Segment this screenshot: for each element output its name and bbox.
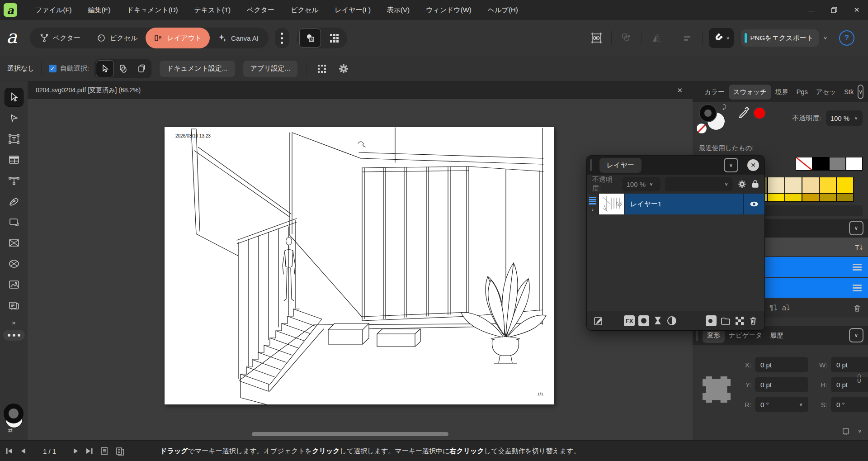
restore-button[interactable] (823, 0, 845, 20)
mask-layer-icon[interactable] (638, 315, 649, 326)
none-swatch[interactable] (796, 157, 812, 171)
x-field[interactable]: 0 pt (755, 357, 808, 372)
picture-frame-ellipse-tool[interactable] (5, 254, 24, 273)
select-behind-button[interactable] (115, 61, 132, 77)
frame-text-tool[interactable] (5, 129, 24, 148)
no-color-circle[interactable] (696, 123, 707, 134)
snapping-button[interactable]: ∨ (709, 28, 734, 48)
swap-fill-stroke-icon[interactable]: ⤸ (722, 103, 726, 111)
layers-gear-icon[interactable] (737, 179, 747, 190)
adjustment-layer-icon[interactable] (666, 315, 677, 326)
previous-page-button[interactable] (20, 447, 26, 455)
artistic-text-tool[interactable] (5, 171, 24, 190)
rotation-dropdown[interactable]: 0 °∨ (755, 397, 808, 412)
marching-ants-button[interactable] (313, 61, 330, 77)
footer-icon[interactable] (841, 427, 850, 436)
fill-stroke-indicator[interactable]: ⇄ (3, 404, 25, 432)
single-page-view-icon[interactable] (100, 446, 109, 456)
color-swatch[interactable] (836, 177, 854, 194)
layer-visibility-cell[interactable] (743, 194, 764, 214)
layer-thumbnail[interactable] (599, 194, 625, 214)
h-field[interactable]: 0 pt (831, 377, 868, 392)
pen-tool[interactable] (5, 192, 24, 211)
first-page-button[interactable] (5, 447, 14, 455)
adjustment-icon[interactable] (653, 315, 663, 326)
last-page-button[interactable] (85, 447, 94, 455)
grid-settings-button[interactable] (324, 29, 344, 47)
new-pixel-layer-icon[interactable] (735, 316, 745, 326)
tab-navigator[interactable]: ナビゲータ (725, 331, 766, 340)
layers-panel-header[interactable]: レイヤー ∨ ✕ (587, 156, 764, 175)
more-tools-button[interactable] (3, 330, 25, 341)
w-field[interactable]: 0 pt (831, 357, 868, 372)
preview-mode-button[interactable] (588, 30, 605, 46)
rectangle-tool[interactable] (5, 213, 24, 232)
move-tool[interactable] (5, 88, 24, 107)
menu-pixel[interactable]: ピクセル (283, 0, 326, 20)
eyedropper-icon[interactable] (738, 106, 751, 119)
style-picker-button[interactable]: A (299, 29, 321, 48)
next-page-button[interactable] (73, 447, 79, 455)
layers-chevron-button[interactable]: ∨ (724, 158, 738, 172)
persona-more-button[interactable] (275, 28, 289, 48)
paragraph-style-icon[interactable]: ¶⤵ (769, 304, 778, 313)
export-chevron-icon[interactable]: ∨ (823, 35, 827, 40)
node-tool[interactable] (5, 109, 24, 128)
notes-tool[interactable] (5, 296, 24, 315)
layer-expand-icon[interactable]: › (592, 207, 594, 212)
persona-vector[interactable]: ベクター (32, 29, 89, 47)
document-tab-title[interactable]: 0204.svg0204.pdf [変更済み] (68.2%) (36, 86, 141, 95)
text-styles-chevron-button[interactable]: ∨ (849, 221, 863, 235)
delete-layer-icon[interactable] (748, 316, 758, 326)
white-swatch[interactable] (846, 157, 863, 171)
tab-stock[interactable]: Stk (840, 88, 858, 95)
menu-text[interactable]: テキスト(T) (186, 0, 239, 20)
layers-list[interactable]: › レイヤー1 (587, 194, 764, 311)
opacity-dropdown[interactable]: 100 % ∨ (826, 110, 863, 126)
layer-name[interactable]: レイヤー1 (625, 194, 743, 214)
close-window-button[interactable]: ✕ (845, 0, 868, 20)
document-settings-button[interactable]: ドキュメント設定... (160, 61, 235, 77)
color-swatch[interactable] (802, 177, 819, 194)
horizontal-scrollbar[interactable] (252, 432, 448, 436)
tab-swatches[interactable]: スウォッチ (729, 85, 771, 100)
menu-document[interactable]: ドキュメント(D) (119, 0, 186, 20)
tab-pages[interactable]: Pgs (793, 88, 812, 95)
layer-effects-icon[interactable]: FX (624, 315, 635, 326)
menu-help[interactable]: ヘルプ(H) (480, 0, 526, 20)
color-swatch[interactable] (836, 194, 854, 202)
shear-dropdown[interactable]: 0 °∨ (831, 397, 868, 412)
blend-mode-dropdown[interactable]: ∨ (665, 177, 733, 191)
footer-chevron-icon[interactable]: ∨ (858, 428, 862, 433)
app-settings-button[interactable]: アプリ設定... (243, 61, 298, 77)
tab-stroke[interactable]: 境界 (771, 88, 793, 96)
document-page[interactable]: 2026/03/10 13:23 1/1 (165, 127, 554, 404)
table-tool[interactable] (5, 150, 24, 169)
document-close-icon[interactable]: ✕ (677, 86, 683, 95)
swap-colors-icon[interactable]: ⇄ (8, 427, 13, 433)
stroke-color-ring[interactable] (700, 105, 716, 121)
y-field[interactable]: 0 pt (755, 377, 808, 392)
persona-pixel[interactable]: ピクセル (89, 29, 146, 47)
tab-color[interactable]: カラー (700, 88, 728, 96)
context-gear-button[interactable] (335, 61, 352, 77)
menu-edit[interactable]: 編集(E) (80, 0, 119, 20)
menu-layer[interactable]: レイヤー(L) (327, 0, 379, 20)
layer-opacity-dropdown[interactable]: 100 %∨ (622, 177, 661, 191)
page-indicator[interactable]: 1 / 1 (43, 447, 56, 455)
select-object-button[interactable] (133, 61, 150, 77)
cursor-tool-button[interactable] (96, 60, 114, 77)
style-menu-icon[interactable] (853, 283, 862, 293)
black-swatch[interactable] (812, 157, 829, 171)
panel-drag-handle[interactable] (696, 329, 698, 341)
anchor-point-selector[interactable] (703, 376, 731, 403)
export-button[interactable]: PNGをエクスポート (741, 29, 819, 47)
persona-layout[interactable]: レイアウト (146, 28, 210, 48)
color-swatch[interactable] (785, 194, 802, 202)
delete-style-icon[interactable] (853, 304, 862, 313)
color-swatch[interactable] (768, 177, 785, 194)
place-image-tool[interactable] (5, 275, 24, 294)
gray-swatch[interactable] (829, 157, 846, 171)
menu-window[interactable]: ウィンドウ(W) (418, 0, 480, 20)
panel-chevron-button[interactable]: ∨ (858, 85, 863, 99)
